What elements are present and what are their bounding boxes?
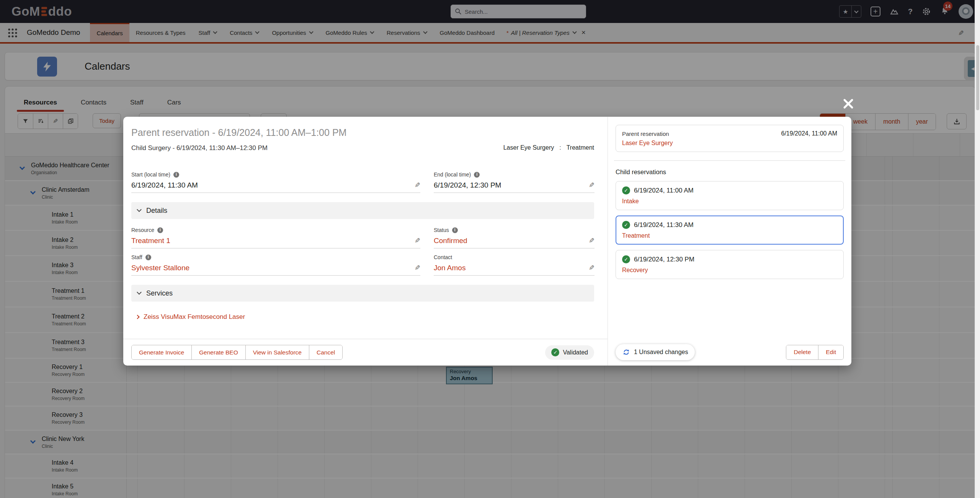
contact-link[interactable]: Jon Amos (434, 264, 466, 272)
edit-pencil-icon[interactable]: ✎ (589, 237, 595, 245)
modal-footer-left: Generate Invoice Generate BEO View in Sa… (123, 339, 608, 366)
child-date: 6/19/2024, 12:30 PM (634, 256, 694, 263)
child-reservations-heading: Child reservations (616, 168, 844, 176)
info-icon[interactable]: i (157, 227, 163, 233)
child-link[interactable]: Intake (622, 198, 837, 205)
info-icon[interactable]: i (173, 172, 179, 178)
resource-label: Resource (131, 227, 154, 233)
status-link[interactable]: Confirmed (434, 237, 467, 245)
edit-pencil-icon[interactable]: ✎ (415, 237, 420, 245)
chevron-down-icon (137, 207, 142, 212)
start-value: 6/19/2024, 11:30 AM (131, 181, 198, 189)
chevron-right-icon (135, 315, 139, 319)
staff-link[interactable]: Sylvester Stallone (131, 264, 189, 272)
parent-reservation-date: 6/19/2024, 11:00 AM (781, 130, 837, 137)
check-icon: ✓ (622, 186, 630, 194)
modal-reservations-panel: Parent reservation 6/19/2024, 11:00 AM L… (608, 117, 851, 366)
parent-reservation-link[interactable]: Laser Eye Surgery (622, 140, 837, 147)
details-section-header[interactable]: Details (131, 202, 594, 219)
modal-footer-right: 1 Unsaved changes Delete Edit (616, 339, 844, 366)
edit-pencil-icon[interactable]: ✎ (589, 264, 595, 272)
parent-reservation-card[interactable]: Parent reservation 6/19/2024, 11:00 AM L… (616, 125, 844, 152)
child-date: 6/19/2024, 11:00 AM (634, 187, 694, 194)
modal-title: Parent reservation - 6/19/2024, 11:00 AM… (131, 126, 346, 139)
info-icon[interactable]: i (474, 172, 480, 178)
sync-icon (622, 348, 630, 356)
cancel-button[interactable]: Cancel (309, 345, 342, 359)
child-link[interactable]: Recovery (622, 267, 837, 274)
check-icon: ✓ (622, 255, 630, 263)
vertical-scrollbar[interactable] (975, 0, 980, 498)
child-date: 6/19/2024, 11:30 AM (634, 221, 694, 229)
contact-field: Contact Jon Amos✎ (434, 254, 595, 276)
resource-field: Resourcei Treatment 1✎ (131, 227, 420, 248)
child-reservation-card-treatment[interactable]: ✓6/19/2024, 11:30 AM Treatment (616, 216, 844, 245)
staff-field: Staffi Sylvester Stallone✎ (131, 254, 420, 276)
services-section-header[interactable]: Services (131, 285, 594, 302)
divider (614, 160, 845, 161)
check-icon: ✓ (622, 221, 630, 229)
validated-badge: ✓ Validated (545, 345, 594, 360)
delete-button[interactable]: Delete (786, 345, 818, 359)
service-link[interactable]: Zeiss VisuMax Femtosecond Laser (136, 313, 594, 321)
scrollbar-thumb[interactable] (976, 45, 979, 110)
child-reservation-card-recovery[interactable]: ✓6/19/2024, 12:30 PM Recovery (616, 250, 844, 279)
status-field: Statusi Confirmed✎ (434, 227, 595, 248)
info-icon[interactable]: i (452, 227, 458, 233)
check-icon: ✓ (551, 348, 559, 356)
end-label: End (local time) (434, 171, 471, 178)
reservation-meta: Laser Eye Surgery:Treatment (503, 144, 594, 151)
edit-pencil-icon[interactable]: ✎ (415, 181, 420, 189)
start-label: Start (local time) (131, 171, 170, 178)
meta-reservation-type: Treatment (567, 144, 594, 151)
generate-invoice-button[interactable]: Generate Invoice (132, 345, 191, 359)
edit-pencil-icon[interactable]: ✎ (415, 264, 420, 272)
parent-reservation-label: Parent reservation (622, 131, 669, 137)
edit-pencil-icon[interactable]: ✎ (589, 181, 595, 189)
modal-detail-section: Parent reservation - 6/19/2024, 11:00 AM… (123, 117, 608, 366)
modal-close-icon[interactable] (841, 96, 856, 112)
end-value: 6/19/2024, 12:30 PM (434, 181, 501, 189)
resource-link[interactable]: Treatment 1 (131, 237, 170, 245)
staff-label: Staff (131, 254, 142, 261)
contact-label: Contact (434, 254, 452, 261)
status-label: Status (434, 227, 449, 233)
edit-button[interactable]: Edit (818, 345, 843, 359)
modal-subtitle: Child Surgery - 6/19/2024, 11:30 AM–12:3… (131, 144, 346, 153)
child-link[interactable]: Treatment (622, 232, 837, 239)
start-field: Start (local time)i 6/19/2024, 11:30 AM✎ (131, 171, 420, 193)
child-reservation-card-intake[interactable]: ✓6/19/2024, 11:00 AM Intake (616, 181, 844, 210)
meta-resource-type: Laser Eye Surgery (503, 144, 554, 151)
end-field: End (local time)i 6/19/2024, 12:30 PM✎ (434, 171, 595, 193)
chevron-down-icon (137, 290, 142, 295)
info-icon[interactable]: i (145, 255, 151, 260)
reservation-modal: Parent reservation - 6/19/2024, 11:00 AM… (123, 117, 851, 366)
generate-beo-button[interactable]: Generate BEO (191, 345, 245, 359)
unsaved-changes-badge: 1 Unsaved changes (616, 344, 695, 360)
view-in-salesforce-button[interactable]: View in Salesforce (245, 345, 309, 359)
